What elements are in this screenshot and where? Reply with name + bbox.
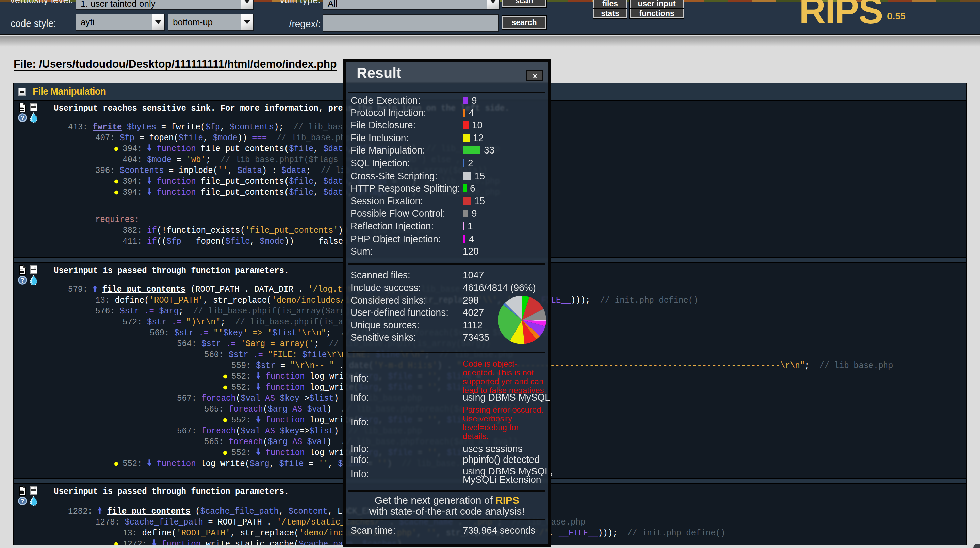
- svg-text:?: ?: [21, 277, 24, 284]
- svg-text:?: ?: [21, 498, 24, 505]
- svg-text:?: ?: [21, 115, 24, 121]
